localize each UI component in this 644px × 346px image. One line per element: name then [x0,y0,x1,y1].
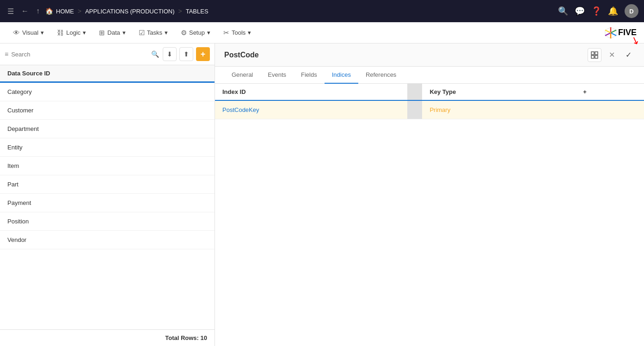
svg-line-3 [611,33,616,36]
menu-icon[interactable]: ☰ [6,5,16,18]
search-input[interactable] [11,51,147,58]
filter-icon: ≡ [5,50,8,58]
column-header: Data Source ID [0,65,215,83]
list-item-item[interactable]: Item [0,157,215,175]
tab-references[interactable]: References [358,67,404,84]
svg-rect-7 [591,52,594,55]
nav-data-label: Data [107,29,120,36]
tab-general[interactable]: General [224,67,260,84]
nav-data[interactable]: ⊞ Data ▾ [93,26,131,40]
five-logo-text: FIVE [618,28,637,37]
nav-visual[interactable]: 👁 Visual ▾ [7,26,49,39]
search-icon[interactable]: 🔍 [558,6,568,16]
col-header-index-id: Index ID [215,84,407,100]
home-nav[interactable]: 🏠 HOME [45,7,74,15]
nav-visual-label: Visual [22,29,38,36]
svg-rect-9 [591,56,594,58]
help-icon[interactable]: ❓ [591,6,601,16]
nav-tasks[interactable]: ☑ Tasks ▾ [133,26,173,40]
sep2: > [178,7,182,15]
tools-dropdown-icon: ▾ [248,29,251,36]
search-button[interactable]: 🔍 [150,49,160,59]
header-actions: ✕ ✓ ↘ [588,48,635,62]
list-item-customer[interactable]: Customer [0,101,215,120]
indices-table: Index ID Key Type + PostCodeKey Primary [215,84,644,119]
row-divider [407,100,422,119]
logic-icon: ⛓ [57,29,64,37]
visual-dropdown-icon: ▾ [41,29,44,36]
list-item-vendor[interactable]: Vendor [0,231,215,249]
list-item-category[interactable]: Category [0,83,215,101]
grid-icon [591,51,598,59]
list-item-payment[interactable]: Payment [0,194,215,212]
nav-tools[interactable]: ✂ Tools ▾ [218,26,257,40]
app-label: APPLICATIONS (PRODUCTION) [85,8,174,15]
close-button[interactable]: ✕ [605,49,618,62]
row-action-cell [576,100,644,119]
nav-logic[interactable]: ⛓ Logic ▾ [51,26,92,39]
sep1: > [78,7,81,15]
index-id-cell: PostCodeKey [215,100,407,119]
svg-rect-10 [595,56,598,58]
setup-dropdown-icon: ▾ [207,29,210,36]
confirm-button[interactable]: ✓ [622,49,635,62]
table-row[interactable]: PostCodeKey Primary [215,100,644,119]
table-area: Index ID Key Type + PostCodeKey Primary [215,84,644,346]
table-nav[interactable]: TABLES [186,8,209,15]
col-header-key-type: Key Type [422,84,576,100]
main-content: ≡ 🔍 ⬇ ⬆ + Data Source ID Category Custom… [0,43,644,346]
five-logo: FIVE [604,26,637,39]
list-item-department[interactable]: Department [0,120,215,138]
right-panel: PostCode ✕ ✓ ↘ [215,43,644,346]
page-title: PostCode [224,51,588,59]
top-nav-actions: 🔍 💬 ❓ 🔔 D [558,4,638,18]
back-icon[interactable]: ← [19,5,31,17]
add-index-button[interactable]: + [576,84,644,100]
svg-line-6 [605,30,611,33]
setup-icon: ⚙ [181,29,187,37]
avatar[interactable]: D [625,4,638,18]
chat-icon[interactable]: 💬 [575,6,585,16]
download-icon-btn[interactable]: ⬇ [163,47,177,61]
col-divider [407,84,422,100]
top-nav: ☰ ← ↑ 🏠 HOME > APPLICATIONS (PRODUCTION)… [0,0,644,22]
notification-icon[interactable]: 🔔 [608,6,618,16]
left-panel: ≡ 🔍 ⬇ ⬆ + Data Source ID Category Custom… [0,43,215,346]
home-label: HOME [56,8,74,15]
tab-fields[interactable]: Fields [294,67,325,84]
nav-tasks-label: Tasks [147,29,162,36]
tools-icon: ✂ [223,29,229,37]
upload-icon-btn[interactable]: ⬆ [179,47,193,61]
list-item-entity[interactable]: Entity [0,138,215,157]
list-item-part[interactable]: Part [0,175,215,194]
data-dropdown-icon: ▾ [123,29,126,36]
column-header-label: Data Source ID [7,70,50,77]
tabs-bar: General Events Fields Indices References [215,67,644,84]
tasks-icon: ☑ [139,29,145,37]
tasks-dropdown-icon: ▾ [165,29,168,36]
key-type-cell: Primary [422,100,576,119]
table-label: TABLES [186,8,209,15]
list-item-position[interactable]: Position [0,212,215,231]
search-bar: ≡ 🔍 ⬇ ⬆ + [0,43,215,65]
nav-logic-label: Logic [66,29,80,36]
logic-dropdown-icon: ▾ [83,29,86,36]
forward-icon[interactable]: ↑ [34,5,42,17]
add-button[interactable]: + [196,47,210,61]
tab-events[interactable]: Events [260,67,294,84]
total-rows-label: Total Rows: 10 [165,334,207,341]
svg-rect-8 [595,52,598,55]
nav-setup-label: Setup [189,29,205,36]
confirm-btn-wrapper: ✓ ↘ [622,49,635,62]
secondary-nav: 👁 Visual ▾ ⛓ Logic ▾ ⊞ Data ▾ ☑ Tasks ▾ … [0,22,644,43]
grid-view-button[interactable] [588,48,601,62]
home-icon: 🏠 [45,7,53,15]
right-panel-header: PostCode ✕ ✓ ↘ [215,43,644,67]
nav-setup[interactable]: ⚙ Setup ▾ [175,26,216,40]
tab-indices[interactable]: Indices [325,67,358,84]
nav-tools-label: Tools [232,29,245,36]
svg-line-2 [611,30,616,33]
list-scroll[interactable]: Category Customer Department Entity Item… [0,83,215,329]
data-icon: ⊞ [99,29,105,37]
app-nav[interactable]: APPLICATIONS (PRODUCTION) [85,8,174,15]
